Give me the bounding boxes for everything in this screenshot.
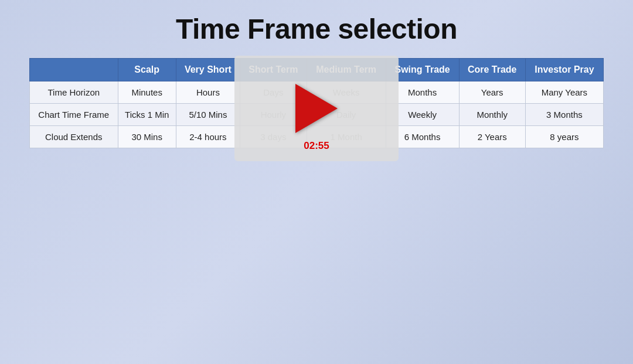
cell-scalp-time: Minutes	[118, 81, 176, 104]
cell-investor-chart: 3 Months	[525, 104, 603, 126]
row-label-cloud: Cloud Extends	[30, 126, 118, 148]
col-header-empty	[30, 59, 118, 81]
col-header-scalp: Scalp	[118, 59, 176, 81]
cell-core-time: Years	[459, 81, 525, 104]
row-label-chart-frame: Chart Time Frame	[30, 104, 118, 126]
cell-vshort-cloud: 2-4 hours	[176, 126, 240, 148]
cell-scalp-cloud: 30 Mins	[118, 126, 176, 148]
cell-core-chart: Monthly	[459, 104, 525, 126]
col-header-core-trade: Core Trade	[459, 59, 525, 81]
cell-scalp-chart: Ticks 1 Min	[118, 104, 176, 126]
col-header-investor-pray: Investor Pray	[525, 59, 603, 81]
timer-value: 02:55	[304, 140, 329, 151]
col-header-very-short: Very Short	[176, 59, 240, 81]
cell-investor-cloud: 8 years	[525, 126, 603, 148]
table-wrapper: Scalp Very Short Short Term Medium Term …	[29, 58, 604, 148]
cell-investor-time: Many Years	[525, 81, 603, 104]
cell-core-cloud: 2 Years	[459, 126, 525, 148]
cell-vshort-time: Hours	[176, 81, 240, 104]
page-title: Time Frame selection	[176, 13, 457, 45]
play-button[interactable]	[295, 84, 338, 133]
row-label-time-horizon: Time Horizon	[30, 81, 118, 104]
cell-vshort-chart: 5/10 Mins	[176, 104, 240, 126]
timer-badge: 02:55	[304, 140, 329, 152]
video-overlay[interactable]: 02:55	[234, 56, 399, 161]
